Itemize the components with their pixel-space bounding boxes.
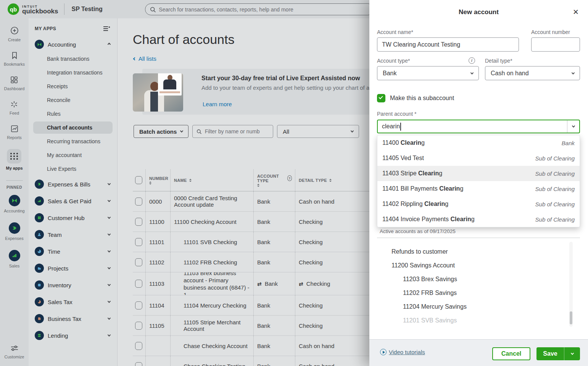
sidebar-item-bank-transactions[interactable]: Bank transactions: [29, 52, 117, 66]
dropdown-option[interactable]: 11404 Invoice Payments Clearing Sub of C…: [377, 212, 580, 227]
filter-type-select[interactable]: All: [277, 125, 359, 138]
sidebar-item-live-experts[interactable]: Live Experts: [29, 162, 117, 176]
select-all-checkbox[interactable]: [135, 176, 142, 184]
row-checkbox[interactable]: [135, 198, 142, 206]
chevron-down-icon: [572, 124, 575, 127]
column-header-account-type[interactable]: ACCOUNT TYPE?: [257, 174, 292, 187]
dropdown-option[interactable]: 11400 Clearing Bank: [377, 135, 580, 151]
sidebar-group-sales-tax[interactable]: Sales Tax: [29, 293, 117, 310]
active-accounts-note: Active accounts as of 09/17/2025: [380, 228, 456, 234]
sidebar-group-lending[interactable]: Lending: [29, 327, 117, 344]
save-button[interactable]: Save: [536, 347, 564, 360]
sidebar-group-accounting[interactable]: Accounting: [29, 37, 117, 52]
sidebar-item-receipts[interactable]: Receipts: [29, 79, 117, 93]
rail-pinned-sales[interactable]: Sales: [9, 250, 20, 268]
dropdown-option[interactable]: 11405 Ved Test Sub of Clearing: [377, 151, 580, 166]
column-header-detail-type[interactable]: DETAIL TYPE: [299, 178, 332, 183]
my-apps-header: MY APPS: [35, 26, 56, 31]
sidebar-item-reconcile[interactable]: Reconcile: [29, 93, 117, 107]
filter-input[interactable]: [205, 128, 269, 134]
browse-list-item[interactable]: 11204 Mercury Savings: [403, 303, 467, 310]
app-sidebar: MY APPS Accounting Bank transactions Int…: [29, 18, 118, 366]
browse-list-item[interactable]: 11202 FRB Savings: [403, 290, 457, 296]
sidebar-group-expenses-bills[interactable]: Expenses & Bills: [29, 176, 117, 193]
sidebar-group-sales-get-paid[interactable]: Sales & Get Paid: [29, 193, 117, 209]
account-number-input[interactable]: [531, 37, 580, 52]
sidebar-group-business-tax[interactable]: Business Tax: [29, 310, 117, 327]
qb-logo-icon: qb: [8, 3, 19, 15]
filter-input-wrap[interactable]: [192, 125, 273, 138]
sort-icon: [149, 181, 151, 185]
sidebar-item-chart-of-accounts[interactable]: Chart of accounts: [33, 121, 113, 134]
rail-item-my-apps[interactable]: My apps: [6, 149, 23, 170]
rail-pinned-expenses[interactable]: Expenses: [5, 222, 23, 241]
browse-list-item[interactable]: 11203 Brex Savings: [403, 276, 457, 283]
search-icon: [197, 129, 201, 134]
dropdown-option[interactable]: 11402 Rippling Clearing Sub of Clearing: [377, 196, 580, 212]
parent-account-dropdown: 11400 Clearing Bank 11405 Ved Test Sub o…: [377, 135, 580, 227]
info-icon[interactable]: i: [469, 57, 475, 64]
global-search-input[interactable]: [159, 6, 369, 13]
projects-icon: [35, 264, 44, 273]
rail-pinned-accounting[interactable]: Accounting: [4, 195, 24, 213]
sidebar-group-team[interactable]: Team: [29, 226, 117, 243]
learn-more-link[interactable]: Learn more: [203, 101, 232, 107]
close-icon[interactable]: ✕: [573, 8, 579, 16]
rail-item-bookmarks[interactable]: Bookmarks: [4, 51, 25, 66]
search-icon: [150, 6, 156, 13]
row-checkbox[interactable]: [135, 342, 142, 350]
rail-item-dashboard[interactable]: Dashboard: [4, 76, 25, 91]
row-checkbox[interactable]: [135, 362, 142, 366]
column-header-name[interactable]: NAME: [174, 178, 192, 183]
account-type-select[interactable]: Bank: [377, 66, 479, 80]
row-checkbox[interactable]: [135, 322, 142, 330]
dropdown-option-highlighted[interactable]: 11403 Stripe Clearing Sub of Clearing: [377, 166, 580, 181]
rail-item-create[interactable]: Create: [8, 26, 21, 42]
company-name: SP Testing: [71, 6, 102, 13]
subaccount-checkbox[interactable]: [377, 94, 385, 102]
chevron-down-icon: [108, 283, 111, 286]
cancel-button[interactable]: Cancel: [492, 347, 530, 360]
row-checkbox[interactable]: [135, 238, 142, 246]
batch-actions-button[interactable]: Batch actions: [134, 125, 188, 138]
subaccount-checkbox-row[interactable]: Make this a subaccount: [377, 94, 454, 102]
sidebar-group-customer-hub[interactable]: Customer Hub: [29, 209, 117, 226]
chevron-down-icon: [108, 182, 111, 185]
dropdown-option[interactable]: 11401 Bill Payments Clearing Sub of Clea…: [377, 181, 580, 196]
parent-account-input[interactable]: clearin: [377, 120, 580, 133]
rail-item-feed[interactable]: Feed: [10, 100, 19, 115]
detail-type-select[interactable]: Cash on hand: [485, 66, 580, 80]
sidebar-group-projects[interactable]: Projects: [29, 260, 117, 277]
sidebar-item-my-accountant[interactable]: My accountant: [29, 148, 117, 162]
sidebar-item-integration-transactions[interactable]: Integration transactions: [29, 66, 117, 79]
accounting-icon: [35, 40, 44, 49]
account-name-label: Account name*: [377, 29, 413, 35]
row-checkbox[interactable]: [135, 258, 142, 266]
help-icon[interactable]: ?: [287, 175, 292, 181]
row-checkbox[interactable]: [135, 218, 142, 226]
rail-item-reports[interactable]: Reports: [7, 125, 22, 140]
sidebar-item-rules[interactable]: Rules: [29, 107, 117, 121]
account-name-input[interactable]: [377, 37, 519, 52]
sidebar-group-time[interactable]: Time: [29, 243, 117, 260]
all-lists-link[interactable]: All lists: [134, 55, 156, 62]
browse-list-item[interactable]: 11201 SVB Savings: [403, 317, 457, 324]
global-search[interactable]: [145, 3, 374, 15]
chevron-down-icon: [470, 71, 474, 74]
collapse-menu-icon[interactable]: [103, 26, 110, 31]
browse-list-item[interactable]: Refunds to customer: [391, 248, 448, 255]
quickbooks-logo[interactable]: qb INTUIT quickbooks: [0, 3, 58, 15]
rail-item-customize[interactable]: Customize: [0, 345, 29, 359]
parent-account-dropdown-toggle[interactable]: [567, 120, 579, 133]
column-header-number[interactable]: NUMBER: [149, 176, 168, 185]
video-tutorials-link[interactable]: Video tutorials: [380, 349, 425, 355]
chevron-down-icon: [108, 316, 111, 319]
save-options-button[interactable]: [564, 347, 580, 360]
sales-get-paid-icon: [35, 196, 44, 206]
sidebar-item-recurring-transactions[interactable]: Recurring transactions: [29, 134, 117, 148]
row-checkbox[interactable]: [135, 280, 142, 288]
row-checkbox[interactable]: [135, 301, 142, 309]
scrollbar-thumb[interactable]: [570, 311, 572, 324]
browse-list-item[interactable]: 11200 Savings Account: [391, 262, 455, 269]
sidebar-group-inventory[interactable]: Inventory: [29, 277, 117, 293]
